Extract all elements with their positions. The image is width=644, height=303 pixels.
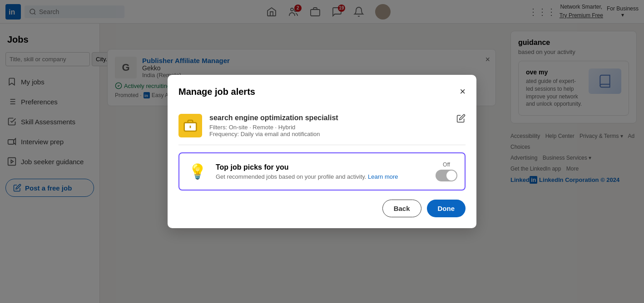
pencil-icon	[456, 114, 466, 123]
done-button[interactable]: Done	[427, 200, 466, 217]
back-button[interactable]: Back	[382, 200, 421, 217]
lightbulb-icon: 💡	[187, 161, 208, 182]
freq-label: Frequency:	[209, 131, 239, 137]
picks-desc-text: Get recommended jobs based on your profi…	[216, 173, 366, 180]
modal-overlay[interactable]: Manage job alerts × search engine optimi…	[0, 0, 644, 303]
alert-frequency: Frequency: Daily via email and notificat…	[209, 131, 449, 137]
manage-alerts-modal: Manage job alerts × search engine optimi…	[168, 75, 476, 228]
filters-label: Filters:	[209, 124, 227, 131]
filters-value: On-site · Remote · Hybrid	[229, 124, 296, 131]
picks-toggle-group: Off	[436, 161, 457, 181]
alert-icon-briefcase	[178, 114, 202, 137]
modal-footer: Back Done	[178, 200, 466, 217]
alert-filters: Filters: On-site · Remote · Hybrid	[209, 124, 449, 131]
modal-close-button[interactable]: ×	[460, 86, 466, 98]
learn-more-link[interactable]: Learn more	[368, 173, 398, 180]
alert-title: search engine optimization specialist	[209, 114, 449, 122]
picks-description: Get recommended jobs based on your profi…	[216, 173, 428, 180]
picks-info: Top job picks for you Get recommended jo…	[216, 163, 428, 180]
modal-header: Manage job alerts ×	[178, 86, 466, 98]
edit-alert-button[interactable]	[456, 114, 466, 125]
picks-title: Top job picks for you	[216, 163, 428, 171]
top-picks-card: 💡 Top job picks for you Get recommended …	[178, 152, 466, 191]
toggle-off-label: Off	[443, 161, 450, 168]
top-picks-toggle[interactable]	[436, 170, 457, 181]
freq-value: Daily via email and notification	[241, 131, 320, 137]
briefcase-icon	[183, 118, 198, 133]
alert-info: search engine optimization specialist Fi…	[209, 114, 449, 137]
alert-item: search engine optimization specialist Fi…	[178, 107, 466, 145]
toggle-knob	[446, 171, 456, 181]
modal-title: Manage job alerts	[178, 87, 255, 97]
